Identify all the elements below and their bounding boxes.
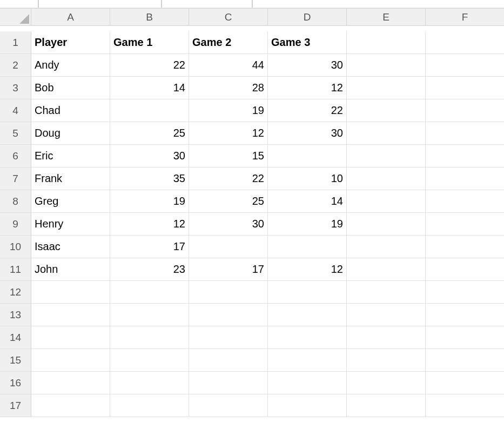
row-header-8[interactable]: 8 — [0, 190, 31, 213]
cell-D2[interactable]: 30 — [268, 54, 347, 77]
cell-D15[interactable] — [268, 349, 347, 372]
cell-C14[interactable] — [189, 326, 268, 349]
cell-E5[interactable] — [347, 122, 426, 145]
cell-F6[interactable] — [426, 145, 504, 167]
cell-D5[interactable]: 30 — [268, 122, 347, 145]
cell-C9[interactable]: 30 — [189, 213, 268, 236]
cell-B12[interactable] — [110, 281, 189, 304]
cell-E15[interactable] — [347, 349, 426, 372]
cell-E2[interactable] — [347, 54, 426, 77]
cell-B15[interactable] — [110, 349, 189, 372]
cell-E4[interactable] — [347, 99, 426, 122]
cell-D6[interactable] — [268, 145, 347, 167]
cell-C12[interactable] — [189, 281, 268, 304]
cell-C13[interactable] — [189, 304, 268, 326]
row-header-11[interactable]: 11 — [0, 258, 31, 281]
cell-F14[interactable] — [426, 326, 504, 349]
cell-E11[interactable] — [347, 258, 426, 281]
spreadsheet-grid[interactable]: A B C D E F 1 Player Game 1 Game 2 Game … — [0, 8, 504, 417]
cell-F2[interactable] — [426, 54, 504, 77]
cell-F9[interactable] — [426, 213, 504, 236]
row-header-3[interactable]: 3 — [0, 77, 31, 99]
cell-D16[interactable] — [268, 372, 347, 394]
cell-F7[interactable] — [426, 167, 504, 190]
row-header-9[interactable]: 9 — [0, 213, 31, 236]
row-header-13[interactable]: 13 — [0, 304, 31, 326]
cell-B3[interactable]: 14 — [110, 77, 189, 99]
cell-C15[interactable] — [189, 349, 268, 372]
cell-B4[interactable] — [110, 99, 189, 122]
cell-F4[interactable] — [426, 99, 504, 122]
cell-C17[interactable] — [189, 394, 268, 417]
cell-F1[interactable] — [426, 31, 504, 54]
cell-E7[interactable] — [347, 167, 426, 190]
cell-C4[interactable]: 19 — [189, 99, 268, 122]
cell-D17[interactable] — [268, 394, 347, 417]
cell-A17[interactable] — [31, 394, 110, 417]
row-header-5[interactable]: 5 — [0, 122, 31, 145]
cell-B8[interactable]: 19 — [110, 190, 189, 213]
cell-C8[interactable]: 25 — [189, 190, 268, 213]
row-header-16[interactable]: 16 — [0, 372, 31, 394]
cell-E10[interactable] — [347, 236, 426, 258]
cell-F17[interactable] — [426, 394, 504, 417]
cell-E16[interactable] — [347, 372, 426, 394]
cell-E14[interactable] — [347, 326, 426, 349]
cell-A9[interactable]: Henry — [31, 213, 110, 236]
select-all-corner[interactable] — [0, 9, 31, 26]
cell-A12[interactable] — [31, 281, 110, 304]
cell-D3[interactable]: 12 — [268, 77, 347, 99]
cell-F15[interactable] — [426, 349, 504, 372]
cell-D14[interactable] — [268, 326, 347, 349]
cell-A15[interactable] — [31, 349, 110, 372]
row-header-15[interactable]: 15 — [0, 349, 31, 372]
cell-B1[interactable]: Game 1 — [110, 31, 189, 54]
cell-A1[interactable]: Player — [31, 31, 110, 54]
cell-F3[interactable] — [426, 77, 504, 99]
cell-E6[interactable] — [347, 145, 426, 167]
cell-E12[interactable] — [347, 281, 426, 304]
cell-B9[interactable]: 12 — [110, 213, 189, 236]
cell-E13[interactable] — [347, 304, 426, 326]
cell-C10[interactable] — [189, 236, 268, 258]
cell-A5[interactable]: Doug — [31, 122, 110, 145]
cell-F8[interactable] — [426, 190, 504, 213]
cell-F10[interactable] — [426, 236, 504, 258]
cell-A11[interactable]: John — [31, 258, 110, 281]
col-header-C[interactable]: C — [189, 9, 268, 26]
cell-F5[interactable] — [426, 122, 504, 145]
cell-F12[interactable] — [426, 281, 504, 304]
row-header-4[interactable]: 4 — [0, 99, 31, 122]
cell-A8[interactable]: Greg — [31, 190, 110, 213]
cell-C6[interactable]: 15 — [189, 145, 268, 167]
row-header-12[interactable]: 12 — [0, 281, 31, 304]
cell-A16[interactable] — [31, 372, 110, 394]
cell-A3[interactable]: Bob — [31, 77, 110, 99]
cell-A7[interactable]: Frank — [31, 167, 110, 190]
col-header-B[interactable]: B — [110, 9, 189, 26]
cell-D11[interactable]: 12 — [268, 258, 347, 281]
cell-D7[interactable]: 10 — [268, 167, 347, 190]
cell-D13[interactable] — [268, 304, 347, 326]
row-header-10[interactable]: 10 — [0, 236, 31, 258]
cell-F16[interactable] — [426, 372, 504, 394]
cell-A4[interactable]: Chad — [31, 99, 110, 122]
cell-B13[interactable] — [110, 304, 189, 326]
cell-A14[interactable] — [31, 326, 110, 349]
col-header-A[interactable]: A — [31, 9, 110, 26]
col-header-E[interactable]: E — [347, 9, 426, 26]
cell-E3[interactable] — [347, 77, 426, 99]
cell-B6[interactable]: 30 — [110, 145, 189, 167]
cell-C2[interactable]: 44 — [189, 54, 268, 77]
cell-D9[interactable]: 19 — [268, 213, 347, 236]
row-header-14[interactable]: 14 — [0, 326, 31, 349]
cell-B17[interactable] — [110, 394, 189, 417]
cell-B2[interactable]: 22 — [110, 54, 189, 77]
cell-D4[interactable]: 22 — [268, 99, 347, 122]
cell-B7[interactable]: 35 — [110, 167, 189, 190]
col-header-D[interactable]: D — [268, 9, 347, 26]
cell-F11[interactable] — [426, 258, 504, 281]
cell-A2[interactable]: Andy — [31, 54, 110, 77]
row-header-6[interactable]: 6 — [0, 145, 31, 167]
cell-C11[interactable]: 17 — [189, 258, 268, 281]
